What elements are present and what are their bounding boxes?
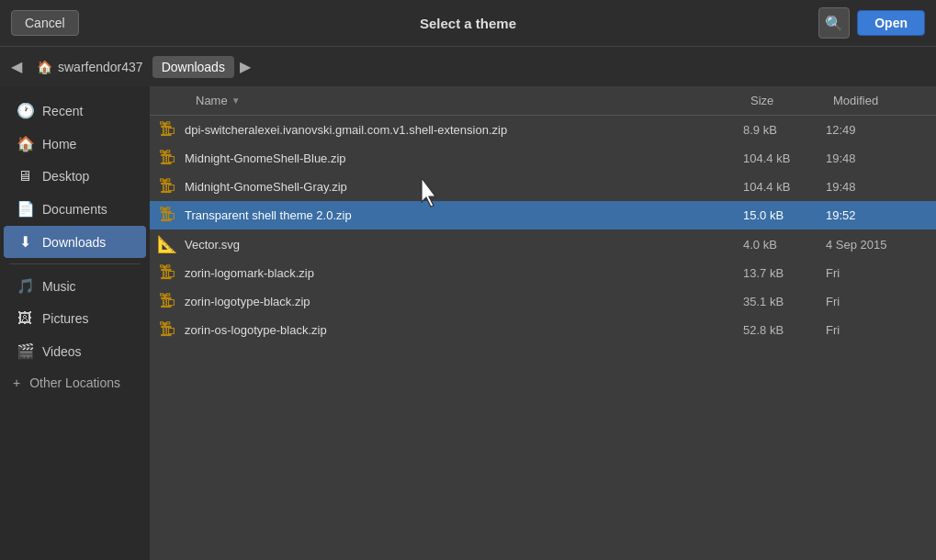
sidebar-item-videos[interactable]: 🎬 Videos — [4, 335, 146, 367]
file-icon-col: 🗜 — [150, 263, 185, 283]
sidebar-label-home: Home — [42, 137, 76, 151]
file-name: zorin-logotype-black.zip — [185, 295, 743, 308]
name-column-header[interactable]: Name ▼ — [185, 86, 743, 115]
sidebar: 🕐 Recent 🏠 Home 🖥 Desktop 📄 Documents ⬇ … — [0, 86, 150, 560]
header-left: Cancel — [11, 10, 79, 36]
file-icon-col: 🗜 — [150, 120, 185, 140]
table-row[interactable]: 🗜 Midnight-GnomeShell-Blue.zip 104.4 kB … — [150, 144, 936, 173]
search-button[interactable]: 🔍 — [818, 7, 850, 39]
file-size: 8.9 kB — [743, 123, 826, 137]
breadcrumb-current[interactable]: Downloads — [152, 56, 234, 78]
file-size: 15.0 kB — [743, 208, 826, 222]
file-size: 104.4 kB — [743, 151, 826, 165]
sort-arrow-icon: ▼ — [231, 95, 241, 106]
file-icon-col: 🗜 — [150, 292, 185, 311]
table-row[interactable]: 🗜 Transparent shell theme 2.0.zip 15.0 k… — [150, 201, 936, 230]
sidebar-label-pictures: Pictures — [42, 311, 89, 326]
file-name: dpi-switcheralexei.ivanovski.gmail.com.v… — [185, 123, 743, 137]
videos-icon: 🎬 — [17, 342, 33, 360]
header: Cancel Select a theme 🔍 Open — [0, 0, 936, 46]
file-modified: 19:52 — [826, 208, 936, 222]
recent-icon: 🕐 — [17, 102, 33, 119]
size-column-header[interactable]: Size — [743, 86, 826, 115]
table-row[interactable]: 🗜 zorin-logotype-black.zip 35.1 kB Fri — [150, 287, 936, 316]
breadcrumb-bar: ◀ 🏠 swarfendor437 Downloads ▶ — [0, 46, 936, 86]
file-modified: Fri — [826, 295, 936, 308]
file-size: 52.8 kB — [743, 323, 826, 337]
downloads-icon: ⬇ — [17, 233, 33, 251]
table-row[interactable]: 📐 Vector.svg 4.0 kB 4 Sep 2015 — [150, 230, 936, 259]
file-size: 4.0 kB — [743, 238, 826, 252]
file-icon-col: 🗜 — [150, 206, 185, 225]
home-icon: 🏠 — [37, 60, 52, 74]
open-button[interactable]: Open — [857, 10, 925, 36]
file-modified: 4 Sep 2015 — [826, 238, 936, 252]
back-icon: ◀ — [11, 59, 22, 74]
main-content: 🕐 Recent 🏠 Home 🖥 Desktop 📄 Documents ⬇ … — [0, 86, 936, 560]
sidebar-item-home[interactable]: 🏠 Home — [4, 128, 146, 160]
file-size: 35.1 kB — [743, 295, 826, 308]
home-icon: 🏠 — [17, 135, 33, 152]
breadcrumb-home-label: swarfendor437 — [58, 60, 143, 74]
file-size: 13.7 kB — [743, 266, 826, 280]
table-row[interactable]: 🗜 dpi-switcheralexei.ivanovski.gmail.com… — [150, 116, 936, 144]
file-icon-col: 📐 — [150, 234, 185, 254]
file-type-icon: 🗜 — [159, 177, 175, 196]
plus-icon: + — [13, 375, 20, 390]
sidebar-divider — [9, 263, 141, 264]
sidebar-item-recent[interactable]: 🕐 Recent — [4, 95, 146, 127]
file-modified: 12:49 — [826, 123, 936, 137]
music-icon: 🎵 — [17, 277, 33, 295]
file-name: Midnight-GnomeShell-Gray.zip — [185, 180, 743, 194]
sidebar-label-downloads: Downloads — [42, 235, 106, 250]
file-name: zorin-logomark-black.zip — [185, 266, 743, 280]
file-name: Vector.svg — [185, 238, 743, 252]
file-name: zorin-os-logotype-black.zip — [185, 323, 743, 337]
table-row[interactable]: 🗜 zorin-os-logotype-black.zip 52.8 kB Fr… — [150, 316, 936, 344]
sidebar-item-documents[interactable]: 📄 Documents — [4, 193, 146, 225]
file-modified: 19:48 — [826, 151, 936, 165]
desktop-icon: 🖥 — [17, 168, 33, 185]
search-icon: 🔍 — [825, 15, 843, 32]
file-modified: Fri — [826, 323, 936, 337]
dialog-title: Select a theme — [420, 16, 516, 31]
sidebar-item-pictures[interactable]: 🖼 Pictures — [4, 303, 146, 334]
cancel-button[interactable]: Cancel — [11, 10, 79, 36]
file-icon-col: 🗜 — [150, 320, 185, 340]
file-size: 104.4 kB — [743, 180, 826, 194]
file-modified: 19:48 — [826, 180, 936, 194]
header-right: 🔍 Open — [818, 7, 925, 39]
file-type-icon: 📐 — [157, 234, 177, 254]
table-row[interactable]: 🗜 Midnight-GnomeShell-Gray.zip 104.4 kB … — [150, 173, 936, 201]
other-locations-label: Other Locations — [29, 375, 120, 390]
file-icon-col: 🗜 — [150, 149, 185, 168]
file-modified: Fri — [826, 266, 936, 280]
file-type-icon: 🗜 — [159, 120, 175, 140]
breadcrumb-current-label: Downloads — [162, 60, 225, 74]
sidebar-item-music[interactable]: 🎵 Music — [4, 270, 146, 302]
documents-icon: 📄 — [17, 200, 33, 218]
table-row[interactable]: 🗜 zorin-logomark-black.zip 13.7 kB Fri — [150, 259, 936, 287]
pictures-icon: 🖼 — [17, 310, 33, 327]
sidebar-item-desktop[interactable]: 🖥 Desktop — [4, 161, 146, 192]
file-name: Transparent shell theme 2.0.zip — [185, 208, 743, 222]
file-type-icon: 🗜 — [159, 149, 175, 168]
file-name: Midnight-GnomeShell-Blue.zip — [185, 151, 743, 165]
modified-column-header[interactable]: Modified — [826, 86, 936, 115]
file-type-icon: 🗜 — [159, 292, 175, 311]
file-list-body: 🗜 dpi-switcheralexei.ivanovski.gmail.com… — [150, 116, 936, 560]
forward-icon: ▶ — [240, 59, 251, 74]
sidebar-label-desktop: Desktop — [42, 169, 89, 184]
sidebar-label-recent: Recent — [42, 104, 83, 118]
sidebar-label-music: Music — [42, 279, 76, 294]
sidebar-item-other-locations[interactable]: + Other Locations — [0, 368, 150, 398]
forward-button[interactable]: ▶ — [234, 54, 256, 79]
sidebar-label-videos: Videos — [42, 344, 82, 359]
file-panel: Name ▼ Size Modified 🗜 dpi-switcheralexe… — [150, 86, 936, 560]
back-button[interactable]: ◀ — [6, 54, 28, 79]
file-type-icon: 🗜 — [159, 206, 175, 225]
breadcrumb-home[interactable]: 🏠 swarfendor437 — [28, 56, 152, 78]
file-icon-col: 🗜 — [150, 177, 185, 196]
file-type-icon: 🗜 — [159, 320, 175, 340]
sidebar-item-downloads[interactable]: ⬇ Downloads — [4, 226, 146, 258]
